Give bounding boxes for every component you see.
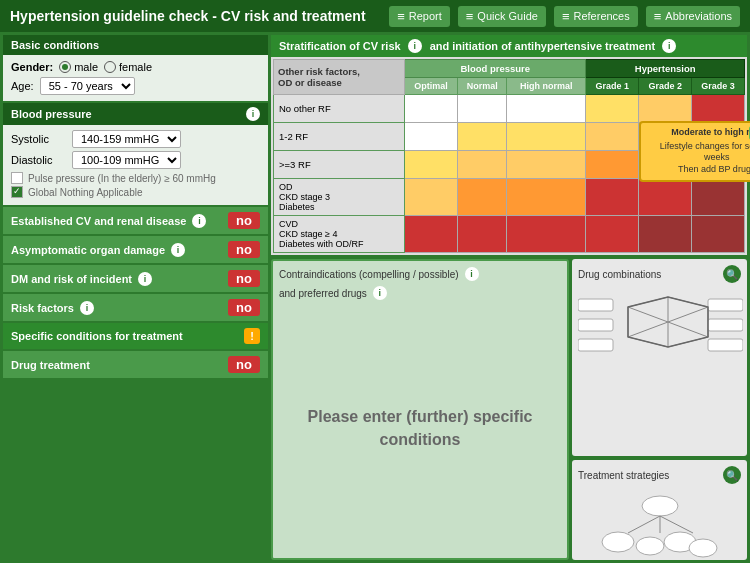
cell-0-0 bbox=[405, 95, 458, 123]
table-row: No other RF bbox=[274, 95, 745, 123]
right-panel: Stratification of CV risk i and initiati… bbox=[271, 35, 747, 560]
cell-1-3 bbox=[586, 123, 639, 151]
treatment-strategies-section: Treatment strategies 🔍 bbox=[572, 460, 747, 560]
cell-3-3 bbox=[586, 179, 639, 216]
drug-combos-search-button[interactable]: 🔍 bbox=[723, 265, 741, 283]
risk-factors-badge: no bbox=[228, 299, 260, 316]
gender-female-option[interactable]: female bbox=[104, 61, 152, 73]
asymptomatic-info-icon[interactable]: i bbox=[171, 243, 185, 257]
tooltip-title: Moderate to high risk bbox=[647, 127, 750, 139]
treatment-svg bbox=[578, 488, 743, 560]
specific-conditions-row[interactable]: Specific conditions for treatment ! bbox=[3, 323, 268, 349]
cv-risk-subtitle-info[interactable]: i bbox=[662, 39, 676, 53]
app-header: Hypertension guideline check - CV risk a… bbox=[0, 0, 750, 32]
table-row: CVDCKD stage ≥ 4Diabetes with OD/RF bbox=[274, 216, 745, 253]
th-other-rf: Other risk factors,OD or disease bbox=[274, 60, 405, 95]
basic-conditions-content: Gender: male female Age: 55 - 70 years bbox=[3, 55, 268, 101]
basic-conditions-section: Basic conditions Gender: male female Age… bbox=[3, 35, 268, 101]
drug-panel: Drug combinations 🔍 bbox=[572, 259, 747, 560]
asymptomatic-row[interactable]: Asymptomatic organ damage i no bbox=[3, 236, 268, 263]
contra-info-icon1[interactable]: i bbox=[465, 267, 479, 281]
global-nothing-checkbox[interactable] bbox=[11, 186, 23, 198]
contra-header2: and preferred drugs i bbox=[279, 286, 561, 300]
cell-1-0 bbox=[405, 123, 458, 151]
th-hypertension: Hypertension bbox=[586, 60, 745, 78]
specific-conditions-label: Specific conditions for treatment bbox=[11, 330, 183, 342]
blood-pressure-section: Blood pressure i Systolic 140-159 mmHG D… bbox=[3, 103, 268, 205]
risk-factors-info-icon[interactable]: i bbox=[80, 301, 94, 315]
cell-0-3 bbox=[586, 95, 639, 123]
svg-line-17 bbox=[628, 516, 660, 533]
systolic-row: Systolic 140-159 mmHG bbox=[11, 130, 260, 148]
gender-female-radio[interactable] bbox=[104, 61, 116, 73]
cell-4-4 bbox=[639, 216, 692, 253]
svg-rect-11 bbox=[578, 339, 613, 351]
diastolic-select[interactable]: 100-109 mmHG bbox=[72, 151, 181, 169]
references-button[interactable]: References bbox=[554, 6, 638, 27]
cv-table-wrapper: Other risk factors,OD or disease Blood p… bbox=[271, 57, 747, 255]
gender-male-radio[interactable] bbox=[59, 61, 71, 73]
specific-conditions-warning-icon: ! bbox=[244, 328, 260, 344]
age-select[interactable]: 55 - 70 years bbox=[40, 77, 135, 95]
systolic-label: Systolic bbox=[11, 133, 66, 145]
age-label: Age: bbox=[11, 80, 34, 92]
ts-header: Treatment strategies 🔍 bbox=[578, 466, 741, 484]
gender-row: Gender: male female bbox=[11, 61, 260, 73]
rf-label-0: No other RF bbox=[274, 95, 405, 123]
svg-rect-14 bbox=[708, 339, 743, 351]
th-grade3: Grade 3 bbox=[692, 78, 745, 95]
cell-2-3 bbox=[586, 151, 639, 179]
bottom-section: Contraindications (compelling / possible… bbox=[271, 259, 747, 560]
cell-0-1 bbox=[457, 95, 506, 123]
bp-info-icon[interactable]: i bbox=[246, 107, 260, 121]
report-button[interactable]: Report bbox=[389, 6, 450, 27]
contra-content: Please enter (further) specific conditio… bbox=[279, 305, 561, 552]
systolic-select[interactable]: 140-159 mmHG bbox=[72, 130, 181, 148]
drug-combinations-section: Drug combinations 🔍 bbox=[572, 259, 747, 456]
contra-info-icon2[interactable]: i bbox=[373, 286, 387, 300]
abbreviations-button[interactable]: Abbreviations bbox=[646, 6, 740, 27]
app-title: Hypertension guideline check - CV risk a… bbox=[10, 8, 381, 24]
established-cv-label: Established CV and renal disease i bbox=[11, 214, 206, 228]
rf-label-4: CVDCKD stage ≥ 4Diabetes with OD/RF bbox=[274, 216, 405, 253]
cv-risk-title-info[interactable]: i bbox=[408, 39, 422, 53]
cell-2-0 bbox=[405, 151, 458, 179]
left-panel: Basic conditions Gender: male female Age… bbox=[3, 35, 268, 560]
diastolic-row: Diastolic 100-109 mmHG bbox=[11, 151, 260, 169]
th-grade1: Grade 1 bbox=[586, 78, 639, 95]
established-cv-info-icon[interactable]: i bbox=[192, 214, 206, 228]
risk-factors-label: Risk factors i bbox=[11, 301, 94, 315]
drug-treatment-row[interactable]: Drug treatment no bbox=[3, 351, 268, 378]
diastolic-label: Diastolic bbox=[11, 154, 66, 166]
cv-risk-section: Stratification of CV risk i and initiati… bbox=[271, 35, 747, 255]
age-row: Age: 55 - 70 years bbox=[11, 77, 260, 95]
th-high-normal: High normal bbox=[507, 78, 586, 95]
dm-risk-row[interactable]: DM and risk of incident i no bbox=[3, 265, 268, 292]
svg-rect-12 bbox=[708, 299, 743, 311]
pulse-pressure-checkbox[interactable] bbox=[11, 172, 23, 184]
rf-label-1: 1-2 RF bbox=[274, 123, 405, 151]
cv-risk-header: Stratification of CV risk i and initiati… bbox=[271, 35, 747, 57]
treatment-search-button[interactable]: 🔍 bbox=[723, 466, 741, 484]
placeholder-text: Please enter (further) specific conditio… bbox=[279, 406, 561, 451]
cv-risk-table: Other risk factors,OD or disease Blood p… bbox=[273, 59, 745, 253]
quick-guide-button[interactable]: Quick Guide bbox=[458, 6, 546, 27]
table-row: 1-2 RF Moderate to hig bbox=[274, 123, 745, 151]
established-cv-row[interactable]: Established CV and renal disease i no bbox=[3, 207, 268, 234]
cell-2-2 bbox=[507, 151, 586, 179]
cell-1-1 bbox=[457, 123, 506, 151]
th-grade2: Grade 2 bbox=[639, 78, 692, 95]
table-row: ODCKD stage 3Diabetes bbox=[274, 179, 745, 216]
tooltip-body: Lifestyle changes for several weeksThen … bbox=[647, 141, 750, 176]
cell-3-0 bbox=[405, 179, 458, 216]
gender-label: Gender: bbox=[11, 61, 53, 73]
gender-male-option[interactable]: male bbox=[59, 61, 98, 73]
cell-3-4 bbox=[639, 179, 692, 216]
main-layout: Basic conditions Gender: male female Age… bbox=[0, 32, 750, 563]
cell-4-0 bbox=[405, 216, 458, 253]
risk-factors-row[interactable]: Risk factors i no bbox=[3, 294, 268, 321]
asymptomatic-label: Asymptomatic organ damage i bbox=[11, 243, 185, 257]
dm-risk-info-icon[interactable]: i bbox=[138, 272, 152, 286]
treatment-strategies-diagram bbox=[578, 488, 741, 562]
drug-network-svg bbox=[578, 287, 743, 372]
